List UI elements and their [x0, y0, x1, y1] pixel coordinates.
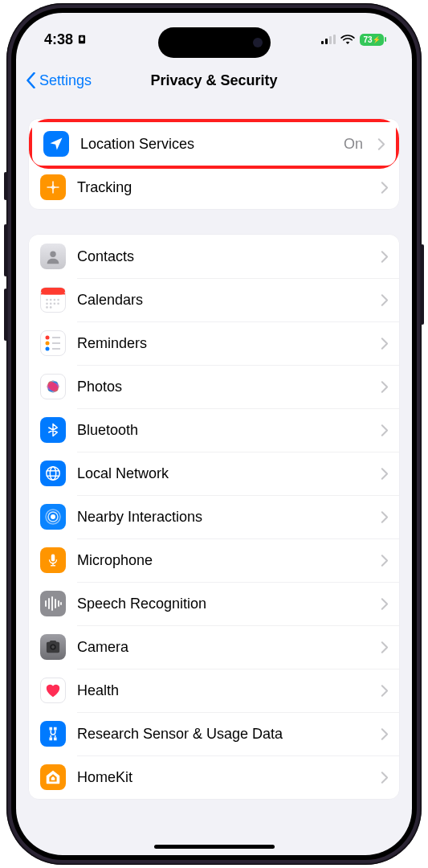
row-label: Speech Recognition [77, 596, 369, 612]
chevron-right-icon [381, 381, 388, 393]
row-label: HomeKit [77, 769, 369, 786]
row-label: Camera [77, 639, 369, 656]
settings-row-reminders[interactable]: Reminders [29, 321, 399, 365]
photos-icon [40, 374, 66, 399]
svg-point-8 [54, 299, 56, 301]
svg-rect-37 [51, 555, 55, 562]
cell-signal-icon [321, 35, 336, 44]
chevron-right-icon [381, 641, 388, 653]
svg-point-3 [50, 252, 55, 257]
row-label: Local Network [77, 465, 369, 482]
row-label: Tracking [77, 179, 369, 196]
chevron-right-icon [381, 294, 388, 306]
chevron-right-icon [381, 511, 388, 523]
settings-row-camera[interactable]: Camera [29, 625, 399, 669]
svg-point-13 [57, 302, 59, 305]
speech-icon [40, 591, 66, 616]
phone-frame: 4:38 [6, 3, 422, 865]
row-label: Contacts [77, 248, 369, 265]
row-label: Research Sensor & Usage Data [77, 726, 369, 743]
battery-icon: 73⚡ [360, 34, 384, 46]
svg-point-12 [54, 302, 56, 305]
localnetwork-icon [40, 461, 66, 486]
content-scroll[interactable]: Location ServicesOnTrackingContactsCalen… [16, 100, 412, 855]
row-label: Calendars [77, 292, 369, 309]
settings-row-location[interactable]: Location ServicesOn [32, 122, 396, 166]
row-label: Microphone [77, 552, 369, 569]
reminders-icon [40, 330, 66, 356]
settings-row-nearby[interactable]: Nearby Interactions [29, 495, 399, 538]
wifi-icon [340, 34, 355, 45]
calendars-icon [40, 287, 66, 313]
settings-group: ContactsCalendarsReminders PhotosBluetoo… [29, 235, 399, 799]
nearby-icon [40, 504, 66, 530]
settings-row-microphone[interactable]: Microphone [29, 538, 399, 582]
svg-point-15 [50, 306, 52, 309]
screen: 4:38 [16, 13, 412, 855]
dynamic-island [158, 27, 271, 58]
settings-row-contacts[interactable]: Contacts [29, 235, 399, 278]
svg-point-16 [46, 336, 50, 340]
volume-down [4, 289, 7, 341]
chevron-right-icon [381, 182, 388, 194]
chevron-right-icon [377, 138, 385, 150]
status-time: 4:38 [44, 31, 73, 48]
settings-row-homekit[interactable]: HomeKit [29, 755, 399, 799]
settings-row-bluetooth[interactable]: Bluetooth [29, 408, 399, 452]
svg-point-10 [46, 302, 48, 305]
settings-group: Location ServicesOnTracking [29, 119, 399, 209]
svg-point-17 [46, 342, 50, 346]
svg-point-47 [51, 645, 55, 649]
svg-point-18 [46, 347, 50, 351]
nav-bar: Settings Privacy & Security [16, 61, 412, 100]
row-label: Nearby Interactions [77, 509, 369, 526]
chevron-right-icon [381, 424, 388, 436]
home-indicator[interactable] [154, 845, 275, 849]
highlight-ring: Location ServicesOn [29, 119, 399, 169]
research-icon [40, 721, 66, 747]
chevron-right-icon [381, 468, 388, 480]
row-label: Location Services [80, 136, 332, 153]
settings-row-photos[interactable]: Photos [29, 365, 399, 408]
chevron-right-icon [381, 685, 388, 697]
portrait-lock-icon [76, 34, 88, 45]
chevron-right-icon [381, 598, 388, 610]
svg-point-9 [57, 299, 59, 301]
settings-row-tracking[interactable]: Tracking [29, 166, 399, 209]
volume-up [4, 224, 7, 276]
camera-icon [40, 634, 66, 660]
row-label: Reminders [77, 335, 369, 352]
svg-point-31 [50, 467, 55, 481]
svg-point-6 [46, 299, 48, 301]
settings-row-localnetwork[interactable]: Local Network [29, 452, 399, 495]
chevron-left-icon [26, 72, 36, 88]
settings-row-health[interactable]: Health [29, 669, 399, 712]
svg-point-14 [46, 306, 48, 309]
health-icon [40, 678, 66, 703]
chevron-right-icon [381, 251, 388, 263]
row-label: Bluetooth [77, 422, 369, 439]
row-label: Photos [77, 379, 369, 395]
back-label: Settings [39, 72, 92, 89]
settings-row-speech[interactable]: Speech Recognition [29, 582, 399, 625]
chevron-right-icon [381, 555, 388, 567]
svg-point-34 [51, 514, 55, 519]
mute-switch [4, 172, 7, 200]
power-button [421, 244, 424, 325]
svg-point-7 [50, 299, 52, 301]
svg-rect-5 [41, 293, 65, 295]
location-icon [43, 131, 69, 157]
row-value: On [344, 136, 363, 153]
svg-point-11 [50, 302, 52, 305]
chevron-right-icon [381, 728, 388, 740]
svg-point-30 [47, 467, 60, 481]
contacts-icon [40, 244, 66, 269]
back-button[interactable]: Settings [26, 72, 92, 89]
settings-row-calendars[interactable]: Calendars [29, 278, 399, 321]
bluetooth-icon [40, 417, 66, 443]
chevron-right-icon [381, 338, 388, 350]
microphone-icon [40, 547, 66, 573]
settings-row-research[interactable]: Research Sensor & Usage Data [29, 712, 399, 755]
chevron-right-icon [381, 772, 388, 784]
row-label: Health [77, 682, 369, 699]
